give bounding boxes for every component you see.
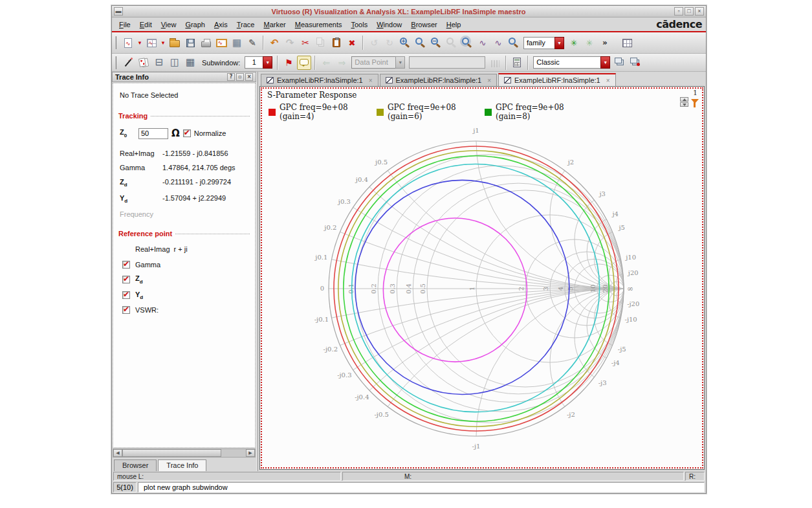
scroll-right-button[interactable]: ▶: [246, 449, 255, 457]
cards-button[interactable]: [137, 56, 151, 70]
datapoint-combo[interactable]: Data Point▾: [351, 56, 405, 69]
zoom-button[interactable]: [413, 36, 428, 50]
gpc-trace-circle[interactable]: [355, 180, 569, 394]
open-button[interactable]: [168, 36, 182, 50]
menu-window[interactable]: Window: [372, 19, 406, 30]
new-window-dropdown[interactable]: ▾: [137, 36, 143, 50]
datapoint-field[interactable]: [409, 56, 485, 69]
graph-canvas[interactable]: 0.10.20.30.40.51234510200∞j0.1-j0.1j0.2-…: [259, 86, 705, 470]
previous-point-button[interactable]: ⇐: [319, 56, 333, 70]
graph-tab[interactable]: ExampleLibRF:lnaSimple:1×: [498, 73, 616, 86]
next-point-button[interactable]: ⇒: [335, 56, 349, 70]
panel-help-button[interactable]: ?: [227, 73, 235, 81]
menu-marker[interactable]: Marker: [259, 19, 290, 30]
cut-button[interactable]: ✂: [298, 36, 313, 50]
redo-button[interactable]: ↷: [283, 36, 297, 50]
family-combo-arrow-icon[interactable]: ▾: [554, 37, 564, 49]
fit-button[interactable]: [444, 36, 459, 50]
zoom-to-fit-button[interactable]: [460, 36, 474, 50]
print-button[interactable]: [199, 36, 213, 50]
zoom-selection-button[interactable]: [507, 36, 521, 50]
menu-edit[interactable]: Edit: [135, 19, 157, 30]
vswr-checkbox[interactable]: [122, 306, 130, 314]
grid-layout-button[interactable]: ▦: [183, 56, 197, 70]
new-subwindow-button[interactable]: [144, 36, 159, 50]
annotation-button[interactable]: [297, 56, 311, 70]
menu-tools[interactable]: Tools: [346, 19, 372, 30]
next-view-button[interactable]: ↻: [382, 36, 397, 50]
paste-button[interactable]: [329, 36, 344, 50]
new-window-button[interactable]: [121, 36, 135, 50]
calculator-button[interactable]: [510, 56, 524, 70]
undo-button[interactable]: ↶: [267, 36, 281, 50]
new-subwindow-dropdown[interactable]: ▾: [160, 36, 166, 50]
histogram-button[interactable]: [488, 56, 502, 70]
style-combo-arrow-icon[interactable]: ▾: [600, 56, 610, 69]
panel-close-button[interactable]: ×: [245, 73, 253, 81]
zoom-in-button[interactable]: +: [398, 36, 412, 50]
filter-icon[interactable]: [691, 97, 699, 104]
menu-trace[interactable]: Trace: [232, 19, 259, 30]
y-checkbox[interactable]: [122, 291, 130, 299]
graph-tab-close-icon[interactable]: ×: [369, 77, 373, 84]
delete-button[interactable]: ✖: [345, 36, 359, 50]
wizard-button[interactable]: [121, 56, 135, 70]
zoom-out-button[interactable]: −: [429, 36, 443, 50]
previous-view-button-icon: ↺: [370, 38, 378, 47]
maximize-button[interactable]: □: [685, 7, 694, 16]
graph-tab-close-icon[interactable]: ×: [487, 77, 491, 84]
scrollbar-thumb[interactable]: [122, 449, 221, 457]
z-checkbox[interactable]: [122, 276, 130, 283]
window-menu-button[interactable]: ▬: [114, 7, 123, 16]
menu-view[interactable]: View: [157, 19, 181, 30]
menu-graph[interactable]: Graph: [181, 19, 210, 30]
menu-axis[interactable]: Axis: [210, 19, 232, 30]
toolbar-overflow-button[interactable]: »: [598, 36, 612, 50]
family-combo[interactable]: family▾: [523, 37, 564, 49]
subwindow-spinner[interactable]: [680, 97, 688, 107]
save-image-button[interactable]: [214, 36, 228, 50]
gamma-checkbox[interactable]: [122, 261, 130, 269]
toolbar-grip[interactable]: [115, 56, 118, 69]
split-horizontal-button[interactable]: ⊟: [152, 56, 166, 70]
edit-annotation-button[interactable]: ✎: [245, 36, 259, 50]
save-button[interactable]: [183, 36, 197, 50]
panel-float-button[interactable]: ▫: [236, 73, 244, 81]
normalize-checkbox[interactable]: [183, 129, 191, 137]
smith-chart[interactable]: 0.10.20.30.40.51234510200∞j0.1-j0.1j0.2-…: [260, 87, 704, 469]
subwindow-combo[interactable]: 1▾: [245, 56, 272, 69]
menu-file[interactable]: File: [115, 19, 135, 30]
table-view-button[interactable]: [620, 36, 634, 50]
subwindow-combo-arrow-icon[interactable]: ▾: [263, 56, 272, 69]
menu-browser[interactable]: Browser: [406, 19, 441, 30]
copy-subwindow-button[interactable]: [613, 56, 627, 70]
menu-measurements[interactable]: Measurements: [291, 19, 347, 30]
scatter-points-button[interactable]: ✳: [582, 36, 597, 50]
panel-tab-trace-info[interactable]: Trace Info: [158, 459, 206, 471]
style-combo[interactable]: Classic▾: [533, 56, 610, 69]
spinner-down-icon[interactable]: [680, 102, 688, 107]
spinner-up-icon[interactable]: [680, 97, 688, 102]
previous-view-button[interactable]: ↺: [367, 36, 381, 50]
zoom-y-button[interactable]: ∿: [491, 36, 505, 50]
zoom-x-button[interactable]: ∿: [476, 36, 490, 50]
minimize-button[interactable]: ▫: [674, 7, 683, 16]
z0-input[interactable]: [138, 128, 168, 139]
marker-button[interactable]: ⚑: [281, 56, 296, 70]
toolbar-grip[interactable]: [115, 36, 118, 49]
menu-help[interactable]: Help: [442, 19, 466, 30]
graph-tab[interactable]: ExampleLibRF:lnaSimple:1×: [380, 74, 498, 86]
graph-tab[interactable]: ExampleLibRF:lnaSimple:1×: [261, 74, 379, 86]
export-table-button[interactable]: ▦: [230, 36, 244, 50]
panel-tab-browser[interactable]: Browser: [114, 459, 157, 471]
scrollbar-track[interactable]: [122, 449, 246, 457]
datapoint-combo-arrow-icon[interactable]: ▾: [395, 56, 405, 69]
scroll-left-button[interactable]: ◀: [113, 449, 122, 457]
copy-button[interactable]: [314, 36, 328, 50]
delete-subwindow-button[interactable]: [628, 56, 642, 70]
split-vertical-button[interactable]: ◫: [168, 56, 182, 70]
graph-tab-close-icon[interactable]: ×: [606, 77, 610, 84]
close-button[interactable]: ×: [695, 7, 704, 16]
join-points-button[interactable]: ✳: [567, 36, 581, 50]
panel-hscrollbar[interactable]: ◀ ▶: [113, 448, 256, 458]
